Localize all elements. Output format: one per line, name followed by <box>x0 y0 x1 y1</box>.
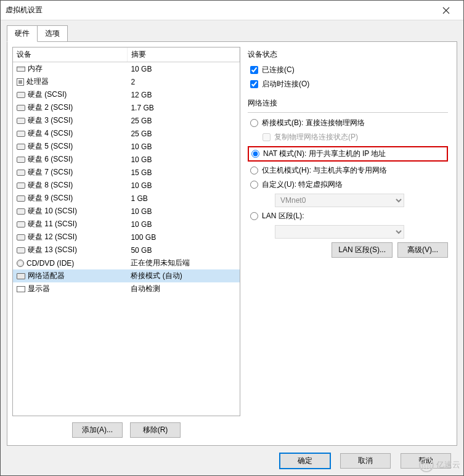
bridged-radio-row[interactable]: 桥接模式(B): 直接连接物理网络 <box>250 118 448 128</box>
table-row[interactable]: 硬盘 6 (SCSI)10 GB <box>13 153 240 166</box>
nat-radio-row[interactable]: NAT 模式(N): 用于共享主机的 IP 地址 <box>251 149 444 159</box>
lan-segments-button[interactable]: LAN 区段(S)... <box>332 242 393 258</box>
device-summary: 10 GB <box>127 153 239 166</box>
table-row[interactable]: 硬盘 13 (SCSI)50 GB <box>13 244 240 256</box>
disk-icon <box>17 92 25 98</box>
connected-checkbox-row[interactable]: 已连接(C) <box>250 65 448 75</box>
add-button[interactable]: 添加(A)... <box>72 422 123 438</box>
cancel-button[interactable]: 取消 <box>340 453 391 469</box>
device-list[interactable]: 设备 摘要 内存10 GB处理器2硬盘 (SCSI)12 GB硬盘 2 (SCS… <box>12 47 240 416</box>
table-row[interactable]: 处理器2 <box>13 75 240 88</box>
device-name: 硬盘 12 (SCSI) <box>28 232 77 241</box>
mem-icon <box>17 67 25 72</box>
device-name: 硬盘 3 (SCSI) <box>28 116 73 125</box>
nat-radio[interactable] <box>251 150 259 158</box>
tab-bar: 硬件 选项 <box>7 25 457 42</box>
device-summary: 正在使用未知后端 <box>127 256 239 269</box>
table-row[interactable]: 网络适配器桥接模式 (自动) <box>13 269 240 282</box>
disk-icon <box>17 195 25 202</box>
table-row[interactable]: 硬盘 7 (SCSI)15 GB <box>13 166 240 179</box>
table-row[interactable]: 硬盘 12 (SCSI)100 GB <box>13 231 240 244</box>
table-row[interactable]: 硬盘 3 (SCSI)25 GB <box>13 114 240 127</box>
lan-segment-radio[interactable] <box>250 212 258 220</box>
table-row[interactable]: 硬盘 10 (SCSI)10 GB <box>13 205 240 218</box>
col-device[interactable]: 设备 <box>13 47 127 62</box>
device-summary: 15 GB <box>127 166 239 179</box>
device-summary: 10 GB <box>127 62 239 76</box>
device-name: CD/DVD (IDE) <box>26 259 74 268</box>
device-summary: 1.7 GB <box>127 101 239 114</box>
table-row[interactable]: 硬盘 4 (SCSI)25 GB <box>13 127 240 140</box>
device-name: 硬盘 9 (SCSI) <box>28 194 73 202</box>
group-title-status: 设备状态 <box>248 49 448 60</box>
disk-icon <box>17 170 25 176</box>
disk-icon <box>17 234 25 240</box>
device-summary: 10 GB <box>127 218 239 231</box>
dialog-footer: 确定 取消 帮助 <box>1 446 463 475</box>
device-name: 硬盘 8 (SCSI) <box>28 181 73 189</box>
device-summary: 25 GB <box>127 127 239 140</box>
device-summary: 25 GB <box>127 114 239 127</box>
table-row[interactable]: 硬盘 (SCSI)12 GB <box>13 88 240 101</box>
disk-icon <box>17 247 25 253</box>
table-row[interactable]: 显示器自动检测 <box>13 282 240 295</box>
remove-button[interactable]: 移除(R) <box>130 422 181 438</box>
close-icon <box>442 7 450 14</box>
bridged-label: 桥接模式(B): 直接连接物理网络 <box>262 118 365 128</box>
connect-at-poweron-row[interactable]: 启动时连接(O) <box>250 79 448 89</box>
connect-at-poweron-checkbox[interactable] <box>250 80 258 88</box>
table-row[interactable]: 硬盘 2 (SCSI)1.7 GB <box>13 101 240 114</box>
custom-network-select: VMnet0 <box>275 194 404 207</box>
lan-segment-select <box>275 225 404 239</box>
lan-segment-radio-row[interactable]: LAN 区段(L): <box>250 211 448 221</box>
device-name: 硬盘 5 (SCSI) <box>28 142 73 150</box>
device-name: 显示器 <box>28 284 50 293</box>
disk-icon <box>17 157 25 163</box>
table-row[interactable]: 硬盘 11 (SCSI)10 GB <box>13 218 240 231</box>
net-icon <box>17 273 25 279</box>
connected-label: 已连接(C) <box>262 65 295 75</box>
device-name: 硬盘 4 (SCSI) <box>28 129 73 137</box>
device-name: 硬盘 10 (SCSI) <box>28 207 77 215</box>
cpu-icon <box>17 78 24 86</box>
device-name: 硬盘 13 (SCSI) <box>28 245 77 254</box>
display-icon <box>17 286 25 292</box>
device-name: 硬盘 2 (SCSI) <box>28 103 73 112</box>
device-summary: 50 GB <box>127 244 239 256</box>
custom-radio[interactable] <box>250 181 258 189</box>
col-summary[interactable]: 摘要 <box>127 47 239 62</box>
ok-button[interactable]: 确定 <box>280 453 330 469</box>
device-name: 硬盘 7 (SCSI) <box>28 168 73 176</box>
hostonly-radio-row[interactable]: 仅主机模式(H): 与主机共享的专用网络 <box>250 165 448 176</box>
device-name: 硬盘 6 (SCSI) <box>28 155 73 163</box>
close-button[interactable] <box>434 1 458 20</box>
table-row[interactable]: 硬盘 8 (SCSI)10 GB <box>13 179 240 192</box>
disk-icon <box>17 144 25 150</box>
table-row[interactable]: 硬盘 5 (SCSI)10 GB <box>13 140 240 153</box>
table-row[interactable]: 硬盘 9 (SCSI)1 GB <box>13 192 240 205</box>
hostonly-radio[interactable] <box>250 166 258 174</box>
hostonly-label: 仅主机模式(H): 与主机共享的专用网络 <box>262 165 387 176</box>
custom-radio-row[interactable]: 自定义(U): 特定虚拟网络 <box>250 179 448 190</box>
device-summary: 10 GB <box>127 205 239 218</box>
lan-segment-label: LAN 区段(L): <box>262 211 304 221</box>
connect-at-poweron-label: 启动时连接(O) <box>262 79 309 89</box>
replicate-checkbox <box>263 133 271 141</box>
disk-icon <box>17 131 25 137</box>
advanced-button[interactable]: 高级(V)... <box>397 242 448 258</box>
bridged-radio[interactable] <box>250 119 258 127</box>
group-title-network: 网络连接 <box>248 98 448 109</box>
tab-hardware[interactable]: 硬件 <box>7 25 38 42</box>
titlebar: 虚拟机设置 <box>1 1 463 20</box>
device-summary: 10 GB <box>127 140 239 153</box>
tab-options[interactable]: 选项 <box>37 25 68 42</box>
table-row[interactable]: 内存10 GB <box>13 62 240 76</box>
connected-checkbox[interactable] <box>250 66 258 74</box>
custom-label: 自定义(U): 特定虚拟网络 <box>262 179 343 190</box>
network-connection-group: 网络连接 桥接模式(B): 直接连接物理网络 复制物理网络连接状态(P) <box>248 98 448 258</box>
device-summary: 12 GB <box>127 88 239 101</box>
disk-icon <box>17 208 25 215</box>
disk-icon <box>17 183 25 189</box>
help-button[interactable]: 帮助 <box>401 453 451 469</box>
table-row[interactable]: CD/DVD (IDE)正在使用未知后端 <box>13 256 240 269</box>
